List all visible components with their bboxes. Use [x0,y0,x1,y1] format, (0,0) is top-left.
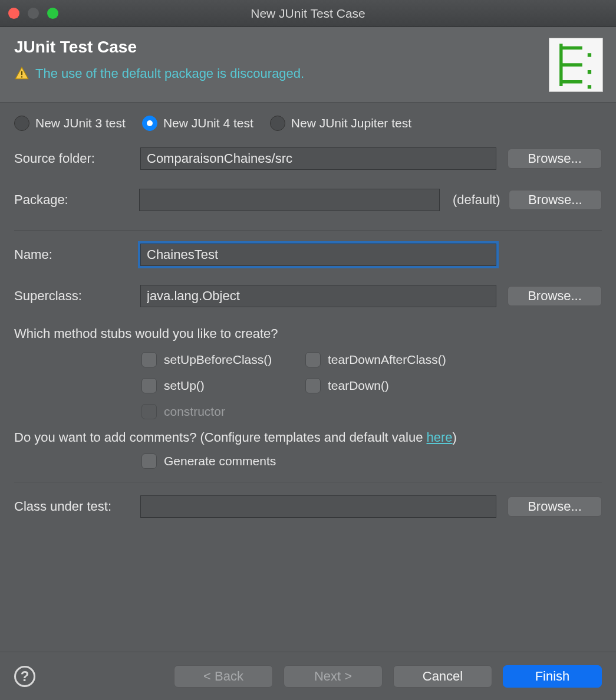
browse-package-button[interactable]: Browse... [509,190,602,210]
browse-class-under-test-button[interactable]: Browse... [508,497,602,517]
wizard-header: JUnit Test Case The use of the default p… [0,27,616,103]
checkbox-icon [141,453,157,469]
junit-version-radios: New JUnit 3 test New JUnit 4 test New JU… [14,116,602,131]
radio-label: New JUnit 3 test [35,116,126,130]
comments-question: Do you want to add comments? (Configure … [14,430,602,445]
source-folder-label: Source folder: [14,151,132,166]
checkbox-setup[interactable]: setUp() [141,378,295,393]
radio-junit3[interactable]: New JUnit 3 test [14,116,126,131]
radio-icon [270,116,285,131]
svg-rect-8 [588,70,591,74]
comments-question-text: Do you want to add comments? (Configure … [14,430,427,445]
package-label: Package: [14,192,131,208]
name-input[interactable] [140,244,496,266]
next-button: Next > [284,665,383,688]
package-input[interactable] [139,189,440,211]
superclass-input[interactable] [140,285,496,307]
class-under-test-label: Class under test: [14,499,132,514]
configure-templates-link[interactable]: here [427,430,453,445]
browse-source-folder-button[interactable]: Browse... [508,149,602,169]
svg-rect-9 [588,85,591,88]
checkbox-label: constructor [164,405,225,419]
divider [14,482,602,482]
checkbox-teardownafterclass[interactable]: tearDownAfterClass() [305,352,482,367]
checkbox-icon [305,352,321,367]
checkbox-label: tearDownAfterClass() [328,353,446,367]
svg-rect-1 [21,76,22,77]
checkbox-label: Generate comments [164,454,276,468]
divider [14,230,602,231]
class-under-test-input[interactable] [140,495,496,518]
checkbox-label: setUpBeforeClass() [164,353,272,367]
checkbox-icon [141,404,157,419]
stubs-question: Which method stubs would you like to cre… [14,326,602,341]
radio-junit4[interactable]: New JUnit 4 test [142,116,253,131]
source-folder-input[interactable] [140,147,496,170]
minimize-window-icon [28,8,39,19]
zoom-window-icon[interactable] [47,8,58,19]
checkbox-icon [141,352,157,367]
help-button[interactable]: ? [14,666,35,687]
radio-icon [142,116,157,131]
radio-icon [14,116,29,131]
warning-icon [14,66,29,81]
svg-rect-0 [21,71,22,75]
checkbox-teardown[interactable]: tearDown() [305,378,482,393]
window-controls [8,8,58,19]
page-title: JUnit Test Case [14,38,602,57]
wizard-footer: ? < Back Next > Cancel Finish [0,652,616,700]
checkbox-icon [305,378,321,393]
cancel-button[interactable]: Cancel [393,665,492,688]
radio-label: New JUnit 4 test [163,116,253,130]
name-label: Name: [14,247,132,262]
package-default-hint: (default) [453,192,500,208]
svg-rect-7 [588,53,591,57]
radio-label: New JUnit Jupiter test [291,116,411,130]
checkbox-generate-comments[interactable]: Generate comments [141,453,276,469]
browse-superclass-button[interactable]: Browse... [508,286,602,306]
back-button: < Back [174,665,273,688]
titlebar: New JUnit Test Case [0,0,616,27]
junit-wizard-icon [549,38,603,92]
close-window-icon[interactable] [8,8,19,19]
warning-text: The use of the default package is discou… [35,66,304,81]
superclass-label: Superclass: [14,288,132,304]
checkbox-setupbeforeclass[interactable]: setUpBeforeClass() [141,352,295,367]
finish-button[interactable]: Finish [503,665,602,688]
checkbox-label: setUp() [164,379,205,393]
checkbox-icon [141,378,157,393]
radio-junit-jupiter[interactable]: New JUnit Jupiter test [270,116,411,131]
checkbox-label: tearDown() [328,379,389,393]
comments-question-suffix: ) [453,430,457,445]
checkbox-constructor: constructor [141,404,295,419]
window-title: New JUnit Test Case [0,6,616,21]
